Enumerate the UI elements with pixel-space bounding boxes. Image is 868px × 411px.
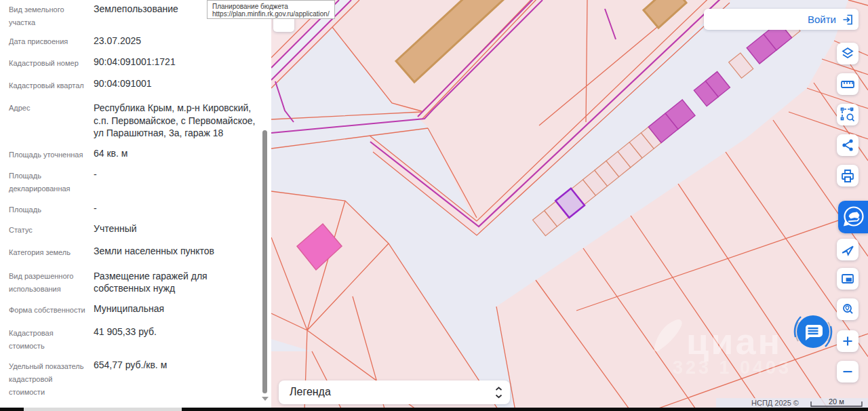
svg-text:20 м: 20 м [829, 397, 844, 406]
